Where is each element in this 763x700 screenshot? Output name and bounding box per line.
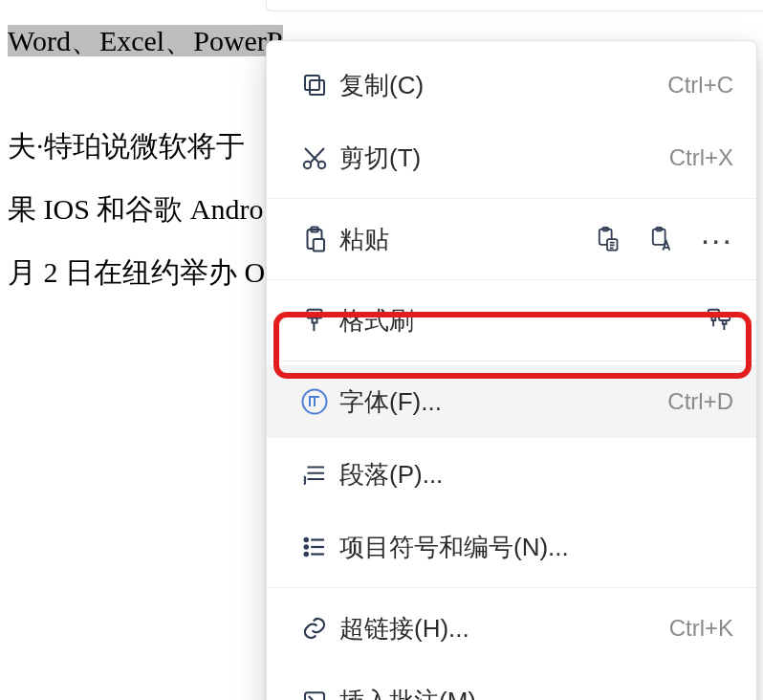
document-body: Word、Excel、PowerP 夫·特珀说微软将于 果 IOS 和谷歌 An… [0,0,283,304]
paste-icon [290,225,339,253]
menu-label: 字体(F)... [339,385,658,419]
doc-line: 夫·特珀说微软将于 [8,115,283,178]
menu-divider [267,361,756,361]
svg-rect-1 [305,76,319,90]
selected-text: Word、Excel、PowerP [8,25,283,56]
paste-text-icon[interactable] [594,226,621,252]
menu-divider [267,198,756,199]
svg-rect-0 [310,80,324,95]
paragraph-icon [290,460,339,489]
copy-icon [290,71,339,99]
menu-divider [267,587,756,588]
menu-label: 超链接(H)... [339,612,660,645]
svg-point-2 [304,162,312,169]
menu-item-format-painter[interactable]: 格式刷 [267,284,756,357]
svg-rect-12 [308,310,322,318]
menu-item-paragraph[interactable]: 段落(P)... [267,438,756,511]
svg-rect-14 [719,314,730,321]
menu-shortcut: Ctrl+X [669,144,733,171]
menu-label: 段落(P)... [339,458,733,492]
menu-item-cut[interactable]: 剪切(T) Ctrl+X [267,121,756,194]
menu-item-hyperlink[interactable]: 超链接(H)... Ctrl+K [267,592,756,665]
format-painter-double-icon[interactable] [705,306,733,335]
menu-item-copy[interactable]: 复制(C) Ctrl+C [267,49,756,121]
format-painter-icon [290,306,339,335]
paste-format-icon[interactable] [647,226,674,252]
menu-label: 剪切(T) [339,142,660,175]
scissors-icon [290,143,339,172]
menu-shortcut: Ctrl+C [667,72,733,98]
menu-shortcut: Ctrl+K [669,615,733,642]
svg-point-16 [305,538,308,541]
svg-rect-6 [314,239,324,252]
bullets-icon [290,533,339,561]
menu-item-font[interactable]: 字体(F)... Ctrl+D [267,365,756,438]
menu-label: 格式刷 [339,304,705,338]
font-icon [290,387,339,416]
menu-item-bullets[interactable]: 项目符号和编号(N)... [267,511,756,583]
floating-toolbar[interactable] [266,0,763,11]
menu-shortcut: Ctrl+D [667,388,733,415]
link-icon [290,614,339,643]
menu-divider [267,279,756,280]
menu-item-comment[interactable]: 插入批注(M) [267,665,756,700]
menu-label: 粘贴 [339,223,594,256]
menu-item-paste[interactable]: 粘贴 ··· [267,203,756,275]
context-menu: 复制(C) Ctrl+C 剪切(T) Ctrl+X 粘贴 [266,40,757,700]
comment-icon [290,687,339,700]
menu-label: 复制(C) [339,69,658,102]
svg-point-17 [305,545,308,548]
svg-rect-13 [708,310,719,317]
menu-label: 插入批注(M) [339,685,733,701]
svg-point-3 [318,162,326,169]
svg-rect-19 [305,692,324,700]
doc-line: 果 IOS 和谷歌 Andro [8,178,283,241]
menu-label: 项目符号和编号(N)... [339,531,733,564]
doc-line: 月 2 日在纽约举办 O [8,241,283,304]
svg-point-18 [305,553,308,556]
